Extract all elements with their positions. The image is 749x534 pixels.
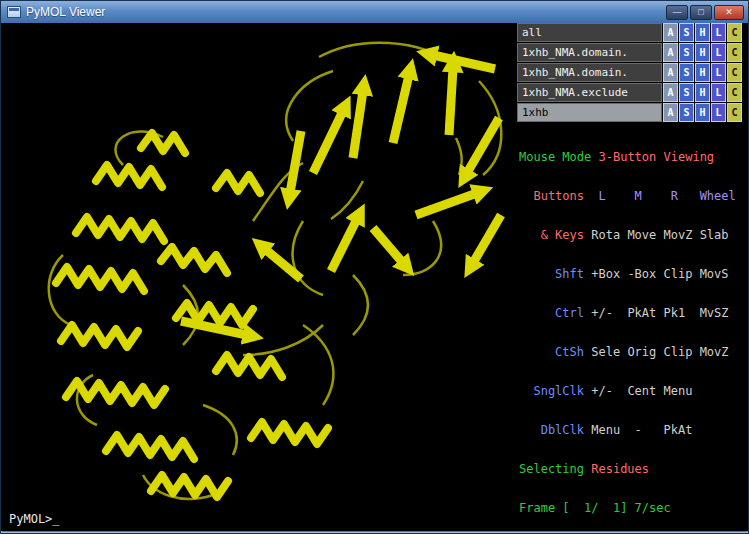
hide-button[interactable]: H [695,83,710,102]
action-button[interactable]: A [663,63,678,82]
pymol-window: PyMOL Viewer — □ ✕ [0,0,749,534]
color-button[interactable]: C [727,83,742,102]
window-controls: — □ ✕ [666,5,744,20]
action-button[interactable]: A [663,103,678,122]
mouse-mode-line[interactable]: Mouse Mode 3-Button Viewing [519,151,740,164]
side-panel: all A S H L C 1xhb_NMA.domain. A S H L C… [517,23,742,531]
hide-button[interactable]: H [695,63,710,82]
minimize-button[interactable]: — [666,5,688,20]
action-button[interactable]: A [663,83,678,102]
keys-line: & Keys Rota Move MovZ Slab [519,229,740,242]
object-name[interactable]: 1xhb_NMA.domain. [517,63,662,82]
show-button[interactable]: S [679,43,694,62]
show-button[interactable]: S [679,63,694,82]
object-row-1xhb-nma-domain-2: 1xhb_NMA.domain. A S H L C [517,63,742,82]
show-button[interactable]: S [679,23,694,42]
object-name[interactable]: 1xhb_NMA.exclude [517,83,662,102]
doubleclick-line: DblClk Menu - PkAt [519,424,740,437]
color-button[interactable]: C [727,23,742,42]
color-button[interactable]: C [727,63,742,82]
show-button[interactable]: S [679,83,694,102]
label-button[interactable]: L [711,23,726,42]
label-button[interactable]: L [711,103,726,122]
object-name[interactable]: 1xhb [517,103,662,122]
buttons-header-line: Buttons L M R Wheel [519,190,740,203]
maximize-button[interactable]: □ [690,5,712,20]
window-title: PyMOL Viewer [26,5,105,19]
mouse-panel: Mouse Mode 3-Button Viewing Buttons L M … [517,123,742,534]
hide-button[interactable]: H [695,23,710,42]
action-button[interactable]: A [663,23,678,42]
action-button[interactable]: A [663,43,678,62]
command-prompt[interactable]: PyMOL>_ [9,512,60,526]
window-content: PyMOL>_ all A S H L C 1xhb_NMA.domain. A… [1,23,748,531]
object-row-all: all A S H L C [517,23,742,42]
ctrl-line: Ctrl +/- PkAt Pk1 MvSZ [519,307,740,320]
show-button[interactable]: S [679,103,694,122]
titlebar[interactable]: PyMOL Viewer — □ ✕ [1,1,748,23]
app-icon[interactable] [7,6,21,18]
hide-button[interactable]: H [695,43,710,62]
object-row-1xhb-nma-exclude: 1xhb_NMA.exclude A S H L C [517,83,742,102]
color-button[interactable]: C [727,43,742,62]
singleclick-line: SnglClk +/- Cent Menu [519,385,740,398]
color-button[interactable]: C [727,103,742,122]
viewport-3d[interactable]: PyMOL>_ [1,23,517,531]
hide-button[interactable]: H [695,103,710,122]
close-button[interactable]: ✕ [714,5,744,20]
frame-counter-line: Frame [ 1/ 1] 7/sec [519,502,740,515]
label-button[interactable]: L [711,43,726,62]
label-button[interactable]: L [711,63,726,82]
object-row-1xhb: 1xhb A S H L C [517,103,742,122]
object-name[interactable]: 1xhb_NMA.domain. [517,43,662,62]
selecting-mode-line[interactable]: Selecting Residues [519,463,740,476]
object-row-1xhb-nma-domain-1: 1xhb_NMA.domain. A S H L C [517,43,742,62]
protein-beta-strands [181,55,501,335]
label-button[interactable]: L [711,83,726,102]
ctsh-line: CtSh Sele Orig Clip MovZ [519,346,740,359]
shift-line: Shft +Box -Box Clip MovS [519,268,740,281]
protein-structure [1,23,517,531]
object-name[interactable]: all [517,23,662,42]
